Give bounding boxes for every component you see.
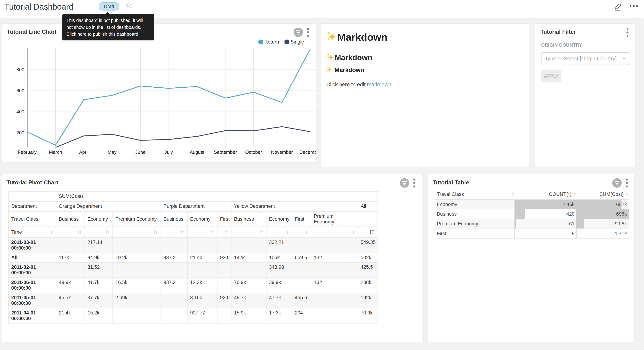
pivot-cell: 47.7k xyxy=(266,293,292,308)
line-chart-canvas: 200400600800FebruaryMarchAprilMayJuneJul… xyxy=(2,44,316,157)
pivot-cell: 81.52 xyxy=(85,262,113,278)
pivot-class-header: Business xyxy=(56,211,85,227)
pivot-cell: 21.4k xyxy=(56,308,85,323)
pivot-table: SUM(Cost)DepartmentOrange DepartmentPurp… xyxy=(8,191,378,324)
pivot-row-label: 2011-04-01 00:00:00 xyxy=(8,308,56,323)
applied-filters-icon[interactable] xyxy=(612,178,622,188)
table-row: Economy 2.46k 602k xyxy=(435,199,628,209)
pivot-cell xyxy=(113,262,161,278)
pivot-data-row: 2011-04-01 00:00:0021.4k15.2k927.7715.9k… xyxy=(8,308,378,323)
y-axis-tick-label: 400 xyxy=(16,109,24,114)
pivot-cell: 94.9k xyxy=(85,253,113,262)
sort-icon[interactable] xyxy=(573,192,576,196)
pivot-class-header xyxy=(358,211,378,227)
line-chart-title: Tutorial Line Chart xyxy=(7,29,56,35)
pivot-cell: 92.6 xyxy=(217,253,231,262)
pivot-cell xyxy=(56,238,85,253)
draft-status-badge[interactable]: Draft xyxy=(99,2,119,10)
legend-label: Single xyxy=(290,39,304,45)
sort-icon[interactable] xyxy=(224,230,228,235)
column-header-count[interactable]: COUNT(*) xyxy=(514,190,576,199)
sort-icon[interactable] xyxy=(512,192,514,196)
filter-panel-title: Tutorial Filter xyxy=(540,29,576,35)
column-header-sum-cost[interactable]: SUM(Cost) xyxy=(576,190,628,199)
pivot-metric-row: SUM(Cost) xyxy=(8,192,378,201)
x-axis-tick-label: May xyxy=(108,150,116,155)
origin-country-select[interactable]: Type or Select [Origin Country] xyxy=(541,52,629,65)
sort-icon[interactable] xyxy=(180,230,185,235)
pivot-cell xyxy=(161,238,188,253)
pivot-cell: 21.4k xyxy=(188,253,217,262)
sort-descending-icon[interactable] xyxy=(369,230,375,235)
sort-icon[interactable] xyxy=(105,230,110,235)
pivot-sort-cell xyxy=(292,227,311,238)
select-placeholder: Type or Select [Origin Country] xyxy=(545,56,621,62)
pivot-cell: 142k xyxy=(231,253,266,262)
pivot-cell xyxy=(292,262,311,278)
pivot-cell: 41.7k xyxy=(85,278,113,293)
x-axis-tick-label: August xyxy=(190,150,205,155)
kebab-menu-icon[interactable] xyxy=(307,28,309,38)
markdown-heading-2: Markdown xyxy=(326,53,372,62)
tutorial-line-chart-panel: Tutorial Line Chart ReturnSingle 2004006… xyxy=(2,24,316,163)
pivot-sort-cell xyxy=(188,227,217,238)
pivot-cell xyxy=(161,262,188,278)
legend-item-single[interactable]: Single xyxy=(284,39,304,45)
pivot-cell xyxy=(231,262,266,278)
data-table: Travel Class COUNT(*) SUM(Cost) Economy … xyxy=(435,190,628,239)
applied-filters-icon[interactable] xyxy=(400,178,409,188)
pivot-row-label: 2011-06-01 00:00:00 xyxy=(8,278,56,293)
sort-icon[interactable] xyxy=(350,230,355,235)
legend-item-return[interactable]: Return xyxy=(258,39,279,45)
apply-button[interactable]: APPLY xyxy=(541,70,562,82)
pivot-row-label: All xyxy=(8,253,56,262)
sort-icon[interactable] xyxy=(626,192,628,196)
tutorial-pivot-chart-panel: Tutorial Pivot Chart SUM(Cost)Department… xyxy=(1,174,422,342)
x-axis-tick-label: December xyxy=(299,150,316,155)
dashboard-page: Tutorial Dashboard Draft ☆ This dashboar… xyxy=(0,0,644,350)
pivot-sort-cell xyxy=(358,227,378,238)
edit-markdown-link[interactable]: markdown xyxy=(367,82,391,88)
kebab-menu-icon[interactable] xyxy=(626,28,628,38)
sort-icon[interactable] xyxy=(303,230,308,235)
pivot-time-header: Time xyxy=(8,227,56,238)
column-header-travel-class[interactable]: Travel Class xyxy=(435,190,514,199)
kebab-menu-icon[interactable] xyxy=(626,178,628,188)
pivot-cell: 204 xyxy=(292,308,311,323)
x-axis-tick-label: July xyxy=(164,150,173,155)
markdown-heading-3: Markdown xyxy=(326,66,364,74)
cell-sum-cost: 1.71k xyxy=(576,229,628,238)
x-axis-tick-label: March xyxy=(49,150,62,155)
cell-sum-cost: 602k xyxy=(576,199,628,209)
pivot-cell: 2.69k xyxy=(113,293,161,308)
sort-icon[interactable] xyxy=(48,230,53,235)
pivot-metric-header: SUM(Cost) xyxy=(56,192,378,201)
pivot-sort-row: Time xyxy=(8,227,378,238)
sort-icon[interactable] xyxy=(153,230,158,235)
sort-icon[interactable] xyxy=(210,230,214,235)
pivot-sort-cell xyxy=(56,227,85,238)
table-panel-title: Tutorial Table xyxy=(433,179,469,186)
sort-icon[interactable] xyxy=(258,230,264,235)
pivot-cell: 465.6 xyxy=(292,293,311,308)
edit-pencil-icon[interactable] xyxy=(613,2,622,11)
more-options-icon[interactable] xyxy=(629,5,638,8)
sort-icon[interactable] xyxy=(284,230,289,235)
kebab-menu-icon[interactable] xyxy=(413,178,416,188)
pivot-cell: 425.5 xyxy=(358,262,378,278)
pivot-cell: 49.9k xyxy=(56,278,85,293)
pivot-cell xyxy=(217,308,231,323)
pivot-cell: 45.5k xyxy=(56,293,85,308)
applied-filters-icon[interactable] xyxy=(294,28,303,38)
chevron-down-icon xyxy=(622,58,626,60)
favorite-star-icon[interactable]: ☆ xyxy=(125,0,132,10)
pivot-cell: 117k xyxy=(56,253,85,262)
pivot-cell xyxy=(217,278,231,293)
pivot-class-header: First xyxy=(292,211,311,227)
sort-icon[interactable] xyxy=(77,230,82,235)
pivot-cell: 92.6 xyxy=(217,293,231,308)
table-row: First 9 1.71k xyxy=(435,229,628,238)
x-axis-tick-label: April xyxy=(79,150,88,155)
origin-country-label: ORIGIN COUNTRY xyxy=(541,42,582,48)
cell-count: 2.46k xyxy=(514,199,576,209)
